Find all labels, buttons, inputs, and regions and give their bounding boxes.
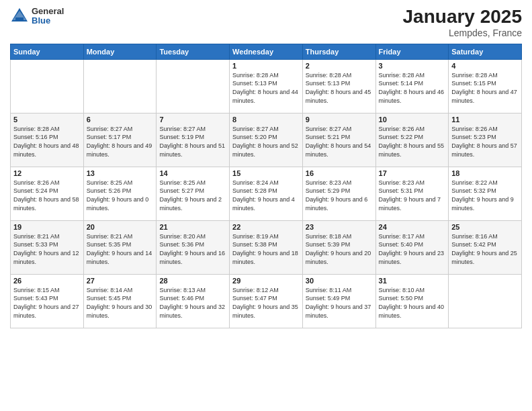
table-row: 22Sunrise: 8:19 AM Sunset: 5:38 PM Dayli… (230, 220, 303, 274)
month-title: January 2025 (403, 7, 522, 28)
day-info: Sunrise: 8:28 AM Sunset: 5:16 PM Dayligh… (13, 125, 81, 158)
day-info: Sunrise: 8:18 AM Sunset: 5:39 PM Dayligh… (306, 232, 373, 266)
day-number: 7 (159, 116, 226, 124)
day-info: Sunrise: 8:28 AM Sunset: 5:13 PM Dayligh… (232, 71, 300, 105)
day-number: 4 (451, 62, 519, 70)
calendar-week-3: 19Sunrise: 8:21 AM Sunset: 5:33 PM Dayli… (11, 220, 522, 274)
day-info: Sunrise: 8:25 AM Sunset: 5:27 PM Dayligh… (159, 179, 226, 212)
header-wednesday: Wednesday (230, 44, 303, 59)
day-number: 20 (87, 223, 154, 231)
day-number: 28 (159, 277, 226, 285)
logo: General Blue (10, 7, 64, 26)
day-number: 31 (379, 277, 446, 285)
day-info: Sunrise: 8:15 AM Sunset: 5:43 PM Dayligh… (13, 286, 81, 320)
day-info: Sunrise: 8:10 AM Sunset: 5:50 PM Dayligh… (379, 286, 446, 320)
table-row: 2Sunrise: 8:28 AM Sunset: 5:13 PM Daylig… (302, 59, 375, 113)
table-row (11, 59, 84, 113)
day-info: Sunrise: 8:21 AM Sunset: 5:33 PM Dayligh… (13, 232, 81, 266)
day-info: Sunrise: 8:28 AM Sunset: 5:15 PM Dayligh… (451, 71, 519, 105)
day-number: 16 (306, 169, 373, 177)
table-row: 3Sunrise: 8:28 AM Sunset: 5:14 PM Daylig… (375, 59, 449, 113)
day-info: Sunrise: 8:11 AM Sunset: 5:49 PM Dayligh… (306, 286, 373, 320)
day-info: Sunrise: 8:27 AM Sunset: 5:21 PM Dayligh… (306, 125, 373, 158)
title-block: January 2025 Lempdes, France (403, 7, 522, 38)
day-number: 8 (232, 116, 300, 124)
header-thursday: Thursday (302, 44, 375, 59)
table-row: 26Sunrise: 8:15 AM Sunset: 5:43 PM Dayli… (11, 274, 84, 328)
day-info: Sunrise: 8:23 AM Sunset: 5:31 PM Dayligh… (379, 179, 446, 212)
day-info: Sunrise: 8:25 AM Sunset: 5:26 PM Dayligh… (87, 179, 154, 212)
table-row (83, 59, 157, 113)
table-row: 21Sunrise: 8:20 AM Sunset: 5:36 PM Dayli… (157, 220, 230, 274)
day-number: 1 (232, 62, 300, 70)
day-number: 13 (87, 169, 154, 177)
day-info: Sunrise: 8:26 AM Sunset: 5:23 PM Dayligh… (451, 125, 519, 158)
table-row: 9Sunrise: 8:27 AM Sunset: 5:21 PM Daylig… (302, 113, 375, 167)
table-row: 29Sunrise: 8:12 AM Sunset: 5:47 PM Dayli… (230, 274, 303, 328)
day-number: 17 (379, 169, 446, 177)
day-number: 11 (451, 116, 519, 124)
day-info: Sunrise: 8:22 AM Sunset: 5:32 PM Dayligh… (451, 179, 519, 212)
calendar-week-0: 1Sunrise: 8:28 AM Sunset: 5:13 PM Daylig… (11, 59, 522, 113)
table-row (157, 59, 230, 113)
day-info: Sunrise: 8:26 AM Sunset: 5:22 PM Dayligh… (379, 125, 446, 158)
day-info: Sunrise: 8:13 AM Sunset: 5:46 PM Dayligh… (159, 286, 226, 320)
day-number: 9 (306, 116, 373, 124)
table-row: 7Sunrise: 8:27 AM Sunset: 5:19 PM Daylig… (157, 113, 230, 167)
day-number: 26 (13, 277, 81, 285)
weekday-header-row: Sunday Monday Tuesday Wednesday Thursday… (11, 44, 522, 59)
day-info: Sunrise: 8:27 AM Sunset: 5:17 PM Dayligh… (87, 125, 154, 158)
table-row: 31Sunrise: 8:10 AM Sunset: 5:50 PM Dayli… (375, 274, 449, 328)
day-info: Sunrise: 8:20 AM Sunset: 5:36 PM Dayligh… (159, 232, 226, 266)
day-number: 3 (379, 62, 446, 70)
header-friday: Friday (375, 44, 449, 59)
header-saturday: Saturday (449, 44, 522, 59)
table-row: 16Sunrise: 8:23 AM Sunset: 5:29 PM Dayli… (302, 167, 375, 220)
day-info: Sunrise: 8:21 AM Sunset: 5:35 PM Dayligh… (87, 232, 154, 266)
table-row: 4Sunrise: 8:28 AM Sunset: 5:15 PM Daylig… (449, 59, 522, 113)
header-sunday: Sunday (11, 44, 84, 59)
header-tuesday: Tuesday (157, 44, 230, 59)
location: Lempdes, France (403, 28, 522, 38)
day-number: 29 (232, 277, 300, 285)
table-row: 15Sunrise: 8:24 AM Sunset: 5:28 PM Dayli… (230, 167, 303, 220)
day-number: 12 (13, 169, 81, 177)
table-row: 19Sunrise: 8:21 AM Sunset: 5:33 PM Dayli… (11, 220, 84, 274)
day-info: Sunrise: 8:19 AM Sunset: 5:38 PM Dayligh… (232, 232, 300, 266)
day-number: 15 (232, 169, 300, 177)
table-row: 17Sunrise: 8:23 AM Sunset: 5:31 PM Dayli… (375, 167, 449, 220)
day-number: 25 (451, 223, 519, 231)
day-number: 22 (232, 223, 300, 231)
calendar: Sunday Monday Tuesday Wednesday Thursday… (10, 44, 522, 328)
table-row: 1Sunrise: 8:28 AM Sunset: 5:13 PM Daylig… (230, 59, 303, 113)
table-row (449, 274, 522, 328)
logo-blue-label: Blue (32, 16, 64, 26)
day-info: Sunrise: 8:28 AM Sunset: 5:13 PM Dayligh… (306, 71, 373, 105)
day-info: Sunrise: 8:23 AM Sunset: 5:29 PM Dayligh… (306, 179, 373, 212)
day-info: Sunrise: 8:14 AM Sunset: 5:45 PM Dayligh… (87, 286, 154, 320)
table-row: 8Sunrise: 8:27 AM Sunset: 5:20 PM Daylig… (230, 113, 303, 167)
logo-general-label: General (32, 7, 64, 16)
header: General Blue January 2025 Lempdes, Franc… (10, 7, 522, 38)
table-row: 18Sunrise: 8:22 AM Sunset: 5:32 PM Dayli… (449, 167, 522, 220)
day-info: Sunrise: 8:24 AM Sunset: 5:28 PM Dayligh… (232, 179, 300, 212)
table-row: 28Sunrise: 8:13 AM Sunset: 5:46 PM Dayli… (157, 274, 230, 328)
table-row: 14Sunrise: 8:25 AM Sunset: 5:27 PM Dayli… (157, 167, 230, 220)
table-row: 10Sunrise: 8:26 AM Sunset: 5:22 PM Dayli… (375, 113, 449, 167)
day-info: Sunrise: 8:17 AM Sunset: 5:40 PM Dayligh… (379, 232, 446, 266)
calendar-week-2: 12Sunrise: 8:26 AM Sunset: 5:24 PM Dayli… (11, 167, 522, 220)
day-number: 6 (87, 116, 154, 124)
day-info: Sunrise: 8:16 AM Sunset: 5:42 PM Dayligh… (451, 232, 519, 266)
logo-text: General Blue (32, 7, 64, 26)
table-row: 12Sunrise: 8:26 AM Sunset: 5:24 PM Dayli… (11, 167, 84, 220)
table-row: 24Sunrise: 8:17 AM Sunset: 5:40 PM Dayli… (375, 220, 449, 274)
day-info: Sunrise: 8:26 AM Sunset: 5:24 PM Dayligh… (13, 179, 81, 212)
day-info: Sunrise: 8:27 AM Sunset: 5:19 PM Dayligh… (159, 125, 226, 158)
table-row: 11Sunrise: 8:26 AM Sunset: 5:23 PM Dayli… (449, 113, 522, 167)
day-number: 19 (13, 223, 81, 231)
table-row: 23Sunrise: 8:18 AM Sunset: 5:39 PM Dayli… (302, 220, 375, 274)
svg-rect-2 (15, 17, 24, 20)
day-number: 21 (159, 223, 226, 231)
day-number: 24 (379, 223, 446, 231)
table-row: 20Sunrise: 8:21 AM Sunset: 5:35 PM Dayli… (83, 220, 157, 274)
